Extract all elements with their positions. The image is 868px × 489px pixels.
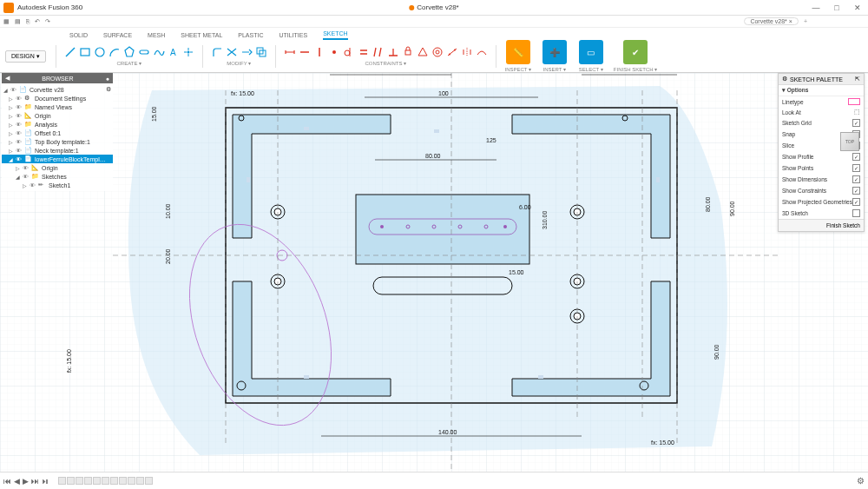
grid-icon[interactable]: ▦ [3,18,10,25]
timeline-step[interactable] [145,477,153,485]
timeline-step[interactable] [76,477,83,485]
group-label-finish[interactable]: FINISH SKETCH ▾ [614,66,657,72]
line-icon[interactable] [64,46,76,58]
timeline-play[interactable]: ⏯ [42,477,49,486]
palette-option[interactable]: Linetype [779,96,864,107]
browser-node[interactable]: ▷👁✏Sketch1 [2,181,113,189]
center-block[interactable] [356,195,529,264]
symmetry-icon[interactable] [461,46,473,58]
panel-icon[interactable]: ▤ [15,18,21,25]
palette-option[interactable]: Sketch Grid✓ [779,117,864,129]
finish-sketch-button[interactable]: ✔ [623,40,648,64]
circle-icon[interactable] [94,46,106,58]
browser-node[interactable]: ▷👁📁Named Views [2,102,113,111]
save-icon[interactable]: ⎘ [26,18,30,24]
hdim-icon[interactable] [284,46,296,58]
fillet-icon[interactable] [211,46,223,58]
timeline-step[interactable] [67,477,75,485]
palette-option[interactable]: Show Constraints✓ [779,185,864,196]
undo-icon[interactable]: ↶ [35,18,40,25]
browser-node[interactable]: ▷👁📐Origin [2,111,113,120]
close-button[interactable]: ✕ [847,3,868,12]
palette-option[interactable]: Show Points✓ [779,162,864,174]
timeline-step[interactable] [119,477,127,485]
browser-header[interactable]: ◀BROWSER● [2,73,113,83]
equal-icon[interactable] [358,46,370,58]
tab-mesh[interactable]: MESH [148,32,165,40]
rect-icon[interactable] [79,46,91,58]
insert-button[interactable]: ➕ [542,40,567,64]
select-button[interactable]: ▭ [579,40,603,64]
browser-node[interactable]: ◢👁📁Sketches [2,172,113,181]
tangent-icon[interactable] [343,46,355,58]
inspect-button[interactable]: 📏 [506,40,530,64]
sketch-svg[interactable]: 80.00 100 80.00 fx: 15.00 15.00 80.00 12… [0,73,868,472]
tab-surface[interactable]: SURFACE [103,32,132,40]
timeline-step[interactable] [128,477,135,485]
minimize-button[interactable]: — [806,3,826,12]
viewcube-face[interactable]: TOP [840,132,859,151]
timeline-step[interactable] [84,477,92,485]
timeline-step[interactable] [102,477,109,485]
browser-node[interactable]: ▷👁📁Analysis [2,120,113,129]
browser-node[interactable]: ◢👁📄Corvette v28⚙ [2,85,113,94]
horizontal-icon[interactable] [299,46,311,58]
tab-sheetmetal[interactable]: SHEET METAL [181,32,222,40]
midpoint-icon[interactable] [417,46,429,58]
tab-utilities[interactable]: UTILITIES [279,32,307,40]
tab-plastic[interactable]: PLASTIC [238,32,263,40]
browser-node[interactable]: ▷👁📄Top Body template:1 [2,137,113,146]
browser-node[interactable]: ◢👁📄lowerFerruleBlockTempl… [2,155,113,163]
concentric-icon[interactable] [431,46,444,58]
palette-finish-button[interactable]: Finish Sketch [779,219,864,231]
group-label-insert[interactable]: INSERT ▾ [543,66,566,72]
group-label-create[interactable]: CREATE ▾ [117,60,142,66]
palette-section-options[interactable]: ▾ Options [779,85,864,96]
vertical-icon[interactable] [313,46,326,58]
palette-header[interactable]: ⚙ SKETCH PALETTE ⇱ [779,74,864,85]
tab-sketch[interactable]: SKETCH [323,30,347,40]
browser-node[interactable]: ▷👁📄Neck template:1 [2,146,113,155]
group-label-constraints[interactable]: CONSTRAINTS ▾ [365,60,406,66]
document-tab[interactable]: Corvette v28* × [744,17,799,25]
palette-option[interactable]: Show Dimensions✓ [779,174,864,185]
timeline-start[interactable]: ⏮ [3,477,11,486]
extend-icon[interactable] [240,46,253,58]
timeline-step[interactable] [110,477,118,485]
slot-icon[interactable] [138,46,150,58]
poly-icon[interactable] [123,46,135,58]
point-icon[interactable] [182,46,194,58]
browser-node[interactable]: ▷👁⚙Document Settings [2,94,113,102]
coincident-icon[interactable] [328,46,340,58]
palette-option[interactable]: Look At⬚ [779,107,864,117]
timeline-settings-icon[interactable]: ⚙ [857,476,865,486]
parallel-icon[interactable] [372,46,385,58]
collinear-icon[interactable] [446,46,458,58]
timeline-step[interactable] [58,477,66,485]
timeline-next[interactable]: ▶ [23,477,29,486]
tab-close-icon[interactable]: × [789,18,792,24]
fix-icon[interactable] [402,46,414,58]
viewcube[interactable]: TOP [840,132,863,155]
timeline-prev[interactable]: ◀ [14,477,20,486]
maximize-button[interactable]: □ [826,3,847,12]
group-label-modify[interactable]: MODIFY ▾ [227,60,251,66]
arc-icon[interactable] [108,46,121,58]
timeline-step[interactable] [136,477,144,485]
palette-option[interactable]: Show Projected Geometries✓ [779,196,864,208]
browser-node[interactable]: ▷👁📐Origin [2,163,113,172]
browser-node[interactable]: ▷👁📄Offset 0:1 [2,129,113,137]
timeline-step[interactable] [93,477,101,485]
workspace-switcher[interactable]: DESIGN ▾ [5,50,46,63]
redo-icon[interactable]: ↷ [45,18,50,25]
group-label-select[interactable]: SELECT ▾ [579,66,603,72]
sketch-canvas[interactable]: 80.00 100 80.00 fx: 15.00 15.00 80.00 12… [0,73,868,472]
palette-pin-icon[interactable]: ⇱ [855,76,860,83]
text-icon[interactable]: A [168,46,180,58]
add-tab-button[interactable]: + [804,18,807,24]
spline-icon[interactable] [153,46,165,58]
offset-icon[interactable] [255,46,267,58]
tab-solid[interactable]: SOLID [69,32,88,40]
perp-icon[interactable] [387,46,399,58]
group-label-inspect[interactable]: INSPECT ▾ [505,66,532,72]
